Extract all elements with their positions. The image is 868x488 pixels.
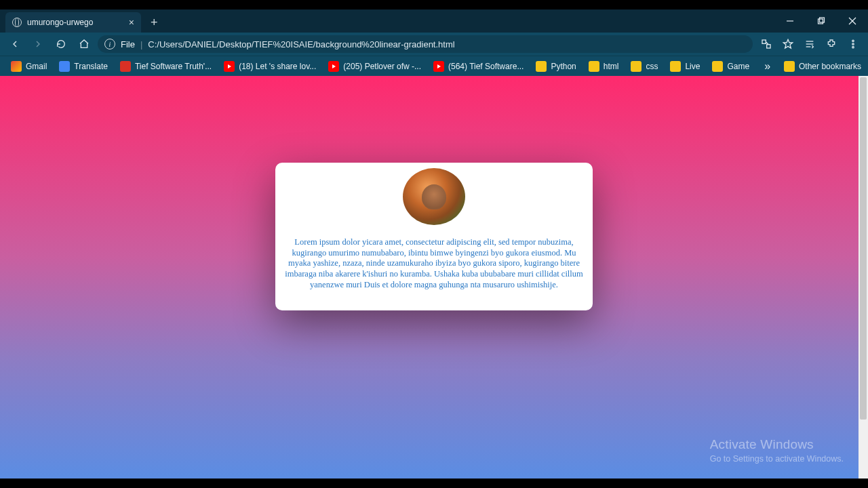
bookmark-label: (564) Tief Software... — [448, 62, 524, 71]
profile-card: Lorem ipsum dolor yicara amet, consectet… — [275, 163, 593, 310]
bookmark-label: Game — [727, 62, 749, 71]
svg-marker-8 — [783, 39, 792, 48]
gmail-icon — [11, 61, 22, 72]
folder-icon — [670, 61, 681, 72]
bookmark-folder-game[interactable]: Game — [707, 58, 755, 75]
forward-button[interactable] — [28, 35, 47, 54]
toolbar: i File | C:/Users/DANIEL/Desktop/TIEF%20… — [0, 33, 868, 56]
scrollbar-track[interactable] — [859, 76, 868, 479]
reload-button[interactable] — [52, 35, 71, 54]
menu-button[interactable] — [844, 35, 863, 54]
browser-tab[interactable]: umurongo-urwego × — [5, 12, 141, 33]
card-body-text: Lorem ipsum dolor yicara amet, consectet… — [285, 237, 583, 290]
bookmark-yt-3[interactable]: (564) Tief Software... — [428, 58, 529, 75]
bookmark-folder-python[interactable]: Python — [530, 58, 581, 75]
svg-point-14 — [852, 46, 854, 47]
watermark-subtitle: Go to Settings to activate Windows. — [710, 454, 844, 464]
bookmark-translate[interactable]: Translate — [54, 58, 113, 75]
watermark-title: Activate Windows — [710, 437, 844, 452]
folder-icon — [631, 61, 642, 72]
url-separator: | — [140, 39, 142, 49]
bookmark-star-icon[interactable] — [778, 35, 797, 54]
bookmark-yt-1[interactable]: (18) Let 's share lov... — [218, 58, 321, 75]
page-viewport: Lorem ipsum dolor yicara amet, consectet… — [0, 76, 868, 479]
window-controls — [774, 9, 868, 33]
url-text: C:/Users/DANIEL/Desktop/TIEF%20ISAIE/bac… — [148, 39, 454, 49]
letterbox-top — [0, 0, 868, 9]
globe-icon — [12, 18, 22, 27]
bookmark-yt-2[interactable]: (205) Petlover ofw -... — [323, 58, 427, 75]
close-tab-button[interactable]: × — [129, 17, 134, 28]
translate-bm-icon — [59, 61, 70, 72]
bookmark-label: (18) Let 's share lov... — [239, 62, 316, 71]
windows-activation-watermark: Activate Windows Go to Settings to activ… — [710, 437, 844, 464]
svg-point-12 — [852, 40, 854, 41]
toolbar-right-icons — [757, 35, 863, 54]
home-button[interactable] — [75, 35, 94, 54]
bookmarks-bar: Gmail Translate Tief Software Truth'... … — [0, 56, 868, 76]
minimize-button[interactable] — [774, 9, 806, 33]
folder-icon — [589, 61, 599, 72]
bookmark-label: Live — [685, 62, 700, 71]
svg-point-13 — [852, 43, 854, 45]
address-bar[interactable]: i File | C:/Users/DANIEL/Desktop/TIEF%20… — [98, 35, 753, 53]
other-bookmarks-label: Other bookmarks — [799, 62, 861, 71]
bookmark-label: Gmail — [26, 62, 47, 71]
tab-title: umurongo-urwego — [27, 18, 93, 27]
avatar-image — [403, 168, 465, 225]
svg-rect-1 — [818, 19, 823, 24]
letterbox-bottom — [0, 479, 868, 488]
bookmark-folder-css[interactable]: css — [625, 58, 663, 75]
bookmark-label: Python — [551, 62, 576, 71]
youtube-icon — [224, 61, 235, 72]
reading-list-icon[interactable] — [800, 35, 819, 54]
browser-window: umurongo-urwego × + i File | C:/Users/DA… — [0, 9, 868, 479]
new-tab-button[interactable]: + — [141, 12, 167, 33]
folder-icon — [784, 61, 795, 72]
bookmark-folder-live[interactable]: Live — [665, 58, 705, 75]
scrollbar-thumb[interactable] — [860, 77, 867, 420]
extensions-icon[interactable] — [822, 35, 841, 54]
bookmark-tief[interactable]: Tief Software Truth'... — [115, 58, 217, 75]
bookmark-gmail[interactable]: Gmail — [5, 58, 52, 75]
youtube-icon — [328, 61, 339, 72]
back-button[interactable] — [5, 35, 24, 54]
translate-icon[interactable] — [757, 35, 776, 54]
tief-icon — [120, 61, 131, 72]
maximize-button[interactable] — [806, 9, 837, 33]
bookmark-label: Translate — [74, 62, 108, 71]
folder-icon — [712, 61, 723, 72]
bookmark-label: css — [646, 62, 658, 71]
svg-rect-6 — [767, 45, 770, 48]
bookmark-label: (205) Petlover ofw -... — [343, 62, 421, 71]
url-scheme-label: File — [121, 39, 135, 49]
svg-rect-5 — [762, 40, 766, 43]
close-window-button[interactable] — [837, 9, 868, 33]
bookmark-label: Tief Software Truth'... — [135, 62, 212, 71]
bookmark-label: html — [604, 62, 619, 71]
bookmarks-overflow-button[interactable]: » — [757, 60, 777, 73]
site-info-icon[interactable]: i — [104, 39, 115, 49]
svg-rect-2 — [820, 18, 825, 22]
tab-strip: umurongo-urwego × + — [0, 9, 868, 33]
youtube-icon — [433, 61, 444, 72]
bookmark-folder-html[interactable]: html — [583, 58, 625, 75]
folder-icon — [536, 61, 547, 72]
other-bookmarks-button[interactable]: Other bookmarks — [778, 58, 867, 75]
